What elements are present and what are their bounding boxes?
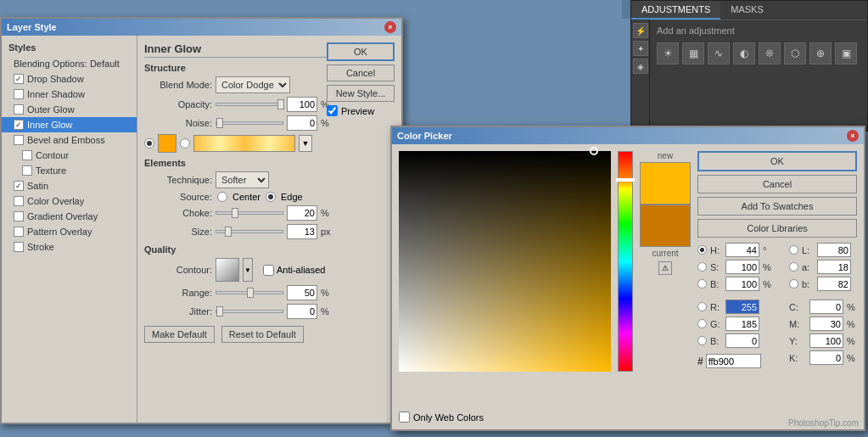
sidebar-item-outer-glow[interactable]: Outer Glow (2, 102, 137, 117)
sidebar-item-pattern-overlay[interactable]: Pattern Overlay (2, 224, 137, 239)
ok-button[interactable]: OK (327, 42, 395, 61)
blend-mode-select[interactable]: Color Dodge Normal Screen (216, 76, 290, 93)
adj-curves-icon[interactable]: ∿ (708, 42, 730, 64)
rgb-b-input[interactable] (725, 333, 759, 348)
adj-levels-icon[interactable]: ▦ (682, 42, 704, 64)
adj-hsl-icon[interactable]: ⬡ (784, 42, 806, 64)
gradient-preview[interactable] (193, 135, 295, 152)
lab-b-input[interactable] (817, 277, 851, 291)
opacity-slider[interactable] (216, 103, 283, 106)
l-input[interactable] (817, 243, 851, 257)
y-input[interactable] (809, 333, 843, 348)
rgb-b-radio[interactable] (697, 336, 707, 345)
sidebar-item-bevel-emboss[interactable]: Bevel and Emboss (2, 132, 137, 148)
tool-adjust1[interactable]: ⚡ (633, 23, 648, 38)
inner-shadow-checkbox[interactable] (14, 89, 24, 99)
sidebar-item-contour[interactable]: Contour (2, 148, 137, 163)
a-input[interactable] (817, 260, 851, 274)
adj-photo-icon[interactable]: ▣ (835, 42, 857, 64)
out-of-gamut-icon[interactable]: ⚠ (658, 261, 672, 275)
stroke-checkbox[interactable] (14, 242, 24, 252)
c-input[interactable] (809, 300, 843, 314)
sidebar-item-blending[interactable]: Blending Options: Default (2, 56, 137, 71)
noise-input[interactable] (287, 115, 317, 131)
center-radio[interactable] (217, 192, 227, 202)
new-style-button[interactable]: New Style... (327, 85, 395, 102)
jitter-slider[interactable] (216, 310, 283, 313)
g-input[interactable] (725, 317, 759, 331)
tool-adjust2[interactable]: ✦ (633, 41, 648, 56)
color-libraries-button[interactable]: Color Libraries (697, 219, 857, 238)
size-slider-thumb[interactable] (225, 227, 232, 237)
gradient-radio[interactable] (180, 138, 190, 148)
cancel-button[interactable]: Cancel (327, 64, 395, 81)
cp-ok-button[interactable]: OK (697, 151, 857, 171)
jitter-input[interactable] (287, 304, 317, 319)
technique-select[interactable]: Softer Precise (216, 171, 269, 188)
sidebar-item-color-overlay[interactable]: Color Overlay (2, 193, 137, 209)
cp-cancel-button[interactable]: Cancel (697, 175, 857, 193)
b-input[interactable] (725, 277, 759, 291)
lab-b-radio[interactable] (789, 279, 798, 289)
reset-to-default-button[interactable]: Reset to Default (221, 326, 304, 343)
tool-adjust3[interactable]: ◈ (633, 59, 648, 74)
color-swatch[interactable] (158, 134, 176, 153)
g-radio[interactable] (697, 319, 707, 328)
preview-checkbox[interactable] (327, 105, 338, 116)
l-radio[interactable] (789, 245, 798, 255)
tab-adjustments[interactable]: ADJUSTMENTS (631, 1, 720, 20)
pattern-overlay-checkbox[interactable] (14, 227, 24, 237)
color-overlay-checkbox[interactable] (14, 196, 24, 206)
sidebar-item-gradient-overlay[interactable]: Gradient Overlay (2, 209, 137, 224)
k-input[interactable] (809, 350, 843, 365)
r-input[interactable] (725, 300, 759, 314)
range-slider[interactable] (216, 291, 283, 294)
color-gradient-box[interactable] (399, 151, 611, 372)
bevel-emboss-checkbox[interactable] (14, 135, 24, 145)
only-web-colors-checkbox[interactable] (399, 412, 410, 423)
sidebar-item-texture[interactable]: Texture (2, 163, 137, 178)
satin-checkbox[interactable] (14, 181, 24, 191)
hash-input[interactable] (706, 354, 761, 368)
s-input[interactable] (725, 260, 759, 274)
make-default-button[interactable]: Make Default (144, 326, 215, 343)
anti-aliased-checkbox[interactable] (263, 265, 274, 276)
contour-dropdown-arrow[interactable]: ▼ (243, 258, 253, 282)
jitter-slider-thumb[interactable] (216, 306, 223, 317)
contour-checkbox[interactable] (22, 150, 32, 160)
color-radio[interactable] (144, 138, 154, 148)
add-to-swatches-button[interactable]: Add To Swatches (697, 197, 857, 216)
range-input[interactable] (287, 285, 317, 300)
hue-bar[interactable] (618, 151, 633, 372)
sidebar-item-inner-shadow[interactable]: Inner Shadow (2, 87, 137, 102)
color-picker-close[interactable]: × (847, 130, 859, 142)
tab-masks[interactable]: MASKS (720, 1, 774, 20)
a-radio[interactable] (789, 262, 798, 272)
noise-slider[interactable] (216, 121, 283, 125)
noise-slider-thumb[interactable] (216, 118, 223, 128)
h-radio[interactable] (697, 245, 707, 255)
adj-colorbalance-icon[interactable]: ⊕ (809, 42, 832, 64)
contour-preview[interactable] (216, 258, 239, 282)
choke-slider[interactable] (216, 211, 283, 215)
inner-glow-checkbox[interactable] (14, 120, 24, 130)
gradient-overlay-checkbox[interactable] (14, 211, 24, 221)
opacity-slider-thumb[interactable] (277, 99, 284, 109)
adj-brightness-icon[interactable]: ☀ (657, 42, 679, 64)
sidebar-item-drop-shadow[interactable]: Drop Shadow (2, 71, 137, 87)
range-slider-thumb[interactable] (247, 288, 254, 298)
choke-input[interactable] (287, 205, 317, 221)
drop-shadow-checkbox[interactable] (14, 74, 24, 84)
s-radio[interactable] (697, 262, 707, 272)
edge-radio[interactable] (266, 192, 276, 202)
h-input[interactable] (725, 243, 759, 257)
gradient-dropdown-arrow[interactable]: ▼ (299, 135, 312, 152)
choke-slider-thumb[interactable] (232, 208, 238, 218)
outer-glow-checkbox[interactable] (14, 104, 24, 115)
size-input[interactable] (287, 224, 317, 239)
m-input[interactable] (809, 317, 843, 331)
r-radio[interactable] (697, 302, 707, 311)
sidebar-item-inner-glow[interactable]: Inner Glow (2, 117, 137, 132)
sidebar-item-stroke[interactable]: Stroke (2, 239, 137, 255)
layer-style-close[interactable]: × (384, 21, 396, 33)
